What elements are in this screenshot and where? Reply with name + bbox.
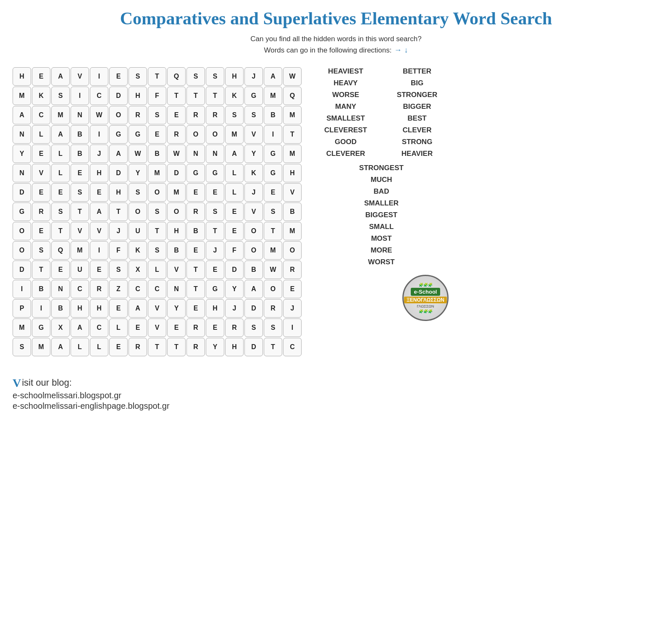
grid-cell: E <box>167 106 186 124</box>
grid-cell: T <box>148 222 166 240</box>
grid-cell: O <box>148 183 166 202</box>
grid-cell: V <box>148 318 166 337</box>
word-search-grid-container: HEAVIESTQSSHJAWMKSICDHFTTTKGMQACMNWORSER… <box>13 67 302 356</box>
grid-cell: H <box>206 299 224 318</box>
word-item: CLEVER <box>386 126 449 134</box>
grid-cell: E <box>32 145 50 163</box>
grid-cell: Z <box>109 280 128 298</box>
logo-school-text: e-School <box>411 288 441 296</box>
footer-v-letter: V <box>13 377 21 389</box>
grid-cell: R <box>186 106 205 124</box>
footer-link[interactable]: e-schoolmelissari-englishpage.blogspot.g… <box>13 401 659 411</box>
grid-cell: T <box>264 338 282 356</box>
grid-cell: O <box>129 203 147 221</box>
grid-cell: T <box>148 338 166 356</box>
grid-cell: S <box>148 106 166 124</box>
grid-cell: J <box>206 241 224 260</box>
grid-cell: A <box>51 338 70 356</box>
grid-cell: E <box>186 299 205 318</box>
grid-cell: F <box>109 241 128 260</box>
grid-cell: A <box>51 125 70 144</box>
words-panel: HEAVIESTBETTERHEAVYBIGWORSESTRONGERMANYB… <box>314 67 449 321</box>
grid-cell: J <box>90 145 108 163</box>
grid-cell: L <box>109 318 128 337</box>
word-item: MANY <box>314 103 377 111</box>
grid-cell: E <box>109 338 128 356</box>
grid-cell: N <box>13 125 31 144</box>
grid-cell: V <box>148 299 166 318</box>
word-item: SMALLEST <box>314 114 377 123</box>
grid-cell: S <box>225 106 244 124</box>
grid-cell: R <box>186 338 205 356</box>
grid-cell: M <box>167 183 186 202</box>
grid-cell: V <box>244 125 263 144</box>
grid-cell: O <box>244 222 263 240</box>
logo-small-text: ΓΛΩΣΣΩΝ <box>417 304 434 308</box>
grid-cell: H <box>90 299 108 318</box>
grid-cell: Y <box>129 164 147 182</box>
grid-cell: T <box>167 338 186 356</box>
grid-cell: L <box>32 125 50 144</box>
grid-cell: A <box>129 299 147 318</box>
grid-cell: C <box>71 280 89 298</box>
grid-cell: T <box>206 222 224 240</box>
grid-cell: C <box>90 318 108 337</box>
word-item: WORST <box>368 258 394 266</box>
grid-cell: H <box>283 164 302 182</box>
grid-cell: O <box>206 125 224 144</box>
word-item: HEAVIEST <box>314 67 377 76</box>
grid-cell: O <box>13 222 31 240</box>
grid-cell: V <box>283 183 302 202</box>
word-item: HEAVIER <box>386 150 449 158</box>
grid-cell: T <box>32 260 50 279</box>
grid-cell: R <box>186 318 205 337</box>
grid-cell: H <box>109 183 128 202</box>
grid-cell: C <box>90 87 108 105</box>
grid-cell: I <box>90 67 108 86</box>
word-item: SMALL <box>369 223 394 231</box>
grid-cell: G <box>264 164 282 182</box>
grid-cell: R <box>283 260 302 279</box>
grid-cell: C <box>148 280 166 298</box>
grid-cell: C <box>283 338 302 356</box>
grid-cell: T <box>186 280 205 298</box>
footer-link[interactable]: e-schoolmelissari.blogspot.gr <box>13 391 659 400</box>
grid-cell: E <box>186 183 205 202</box>
grid-cell: W <box>90 106 108 124</box>
arrow-right-icon: → <box>394 46 402 55</box>
word-item: MOST <box>371 234 391 243</box>
grid-cell: D <box>225 260 244 279</box>
word-item: MORE <box>371 246 392 255</box>
grid-cell: N <box>167 280 186 298</box>
grid-cell: X <box>51 318 70 337</box>
grid-cell: E <box>32 67 50 86</box>
grid-cell: M <box>283 222 302 240</box>
grid-cell: J <box>244 67 263 86</box>
grid-cell: M <box>225 125 244 144</box>
footer-visit-line: V isit our blog: <box>13 377 659 389</box>
word-item: CLEVEREST <box>314 126 377 134</box>
grid-cell: F <box>148 87 166 105</box>
grid-cell: O <box>186 125 205 144</box>
grid-cell: E <box>167 318 186 337</box>
grid-cell: Y <box>244 145 263 163</box>
grid-cell: J <box>225 299 244 318</box>
word-item: SMALLER <box>364 199 399 208</box>
grid-cell: G <box>129 125 147 144</box>
grid-cell: N <box>71 106 89 124</box>
grid-cell: E <box>90 260 108 279</box>
subtitle: Can you find all the hidden words in thi… <box>13 35 659 43</box>
grid-cell: M <box>148 164 166 182</box>
word-search-grid: HEAVIESTQSSHJAWMKSICDHFTTTKGMQACMNWORSER… <box>13 67 302 356</box>
grid-cell: N <box>186 145 205 163</box>
grid-cell: A <box>71 318 89 337</box>
grid-cell: S <box>51 87 70 105</box>
word-item: STRONGEST <box>359 164 404 172</box>
grid-cell: M <box>264 241 282 260</box>
grid-cell: B <box>71 145 89 163</box>
word-item: BIGGER <box>386 103 449 111</box>
grid-cell: I <box>71 87 89 105</box>
grid-cell: V <box>71 222 89 240</box>
grid-cell: J <box>244 183 263 202</box>
grid-cell: H <box>71 299 89 318</box>
